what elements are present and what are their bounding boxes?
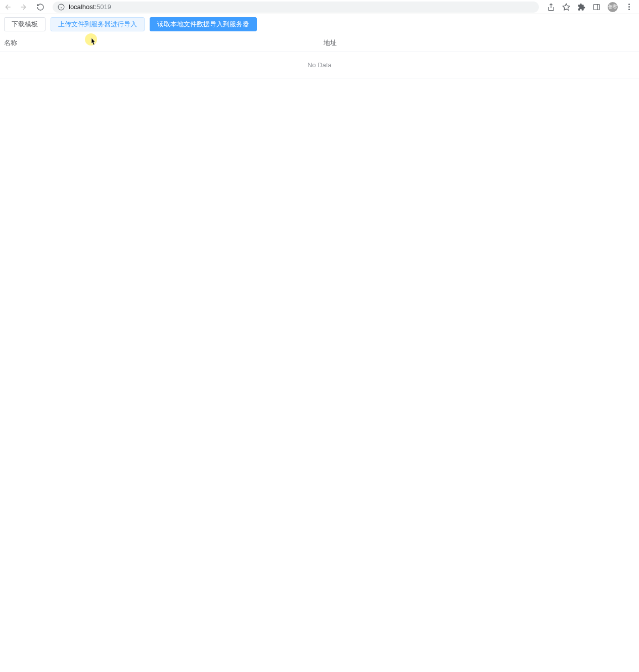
table-empty-state: No Data — [0, 52, 639, 78]
read-local-import-button[interactable]: 读取本地文件数据导入到服务器 — [150, 17, 257, 31]
column-header-address: 地址 — [320, 34, 639, 52]
page-toolbar: 下载模板 上传文件到服务器进行导入 读取本地文件数据导入到服务器 — [0, 14, 639, 34]
side-panel-icon[interactable] — [592, 3, 601, 11]
nav-arrows — [4, 3, 44, 11]
svg-rect-5 — [594, 4, 600, 10]
svg-marker-4 — [563, 4, 569, 10]
avatar-text: 创客 — [608, 4, 617, 10]
address-bar[interactable]: localhost:5019 — [53, 2, 539, 13]
extensions-icon[interactable] — [577, 3, 585, 11]
site-info-icon[interactable] — [58, 4, 65, 11]
url-port: 5019 — [97, 3, 111, 11]
back-button[interactable] — [4, 3, 12, 11]
forward-button[interactable] — [19, 3, 27, 11]
data-table: 名称 地址 No Data — [0, 34, 639, 78]
browser-chrome: localhost:5019 创客 — [0, 0, 639, 14]
table-header-row: 名称 地址 — [0, 34, 639, 52]
chrome-menu-icon[interactable] — [625, 3, 633, 11]
download-template-button[interactable]: 下载模板 — [4, 17, 45, 31]
profile-avatar[interactable]: 创客 — [608, 2, 618, 12]
reload-button[interactable] — [36, 3, 44, 11]
url-host: localhost: — [69, 3, 97, 11]
chrome-actions: 创客 — [547, 2, 633, 12]
share-icon[interactable] — [547, 3, 555, 11]
url-text: localhost:5019 — [69, 3, 111, 11]
bookmark-star-icon[interactable] — [562, 3, 570, 11]
column-header-name: 名称 — [0, 34, 320, 52]
upload-to-server-button[interactable]: 上传文件到服务器进行导入 — [51, 17, 145, 31]
